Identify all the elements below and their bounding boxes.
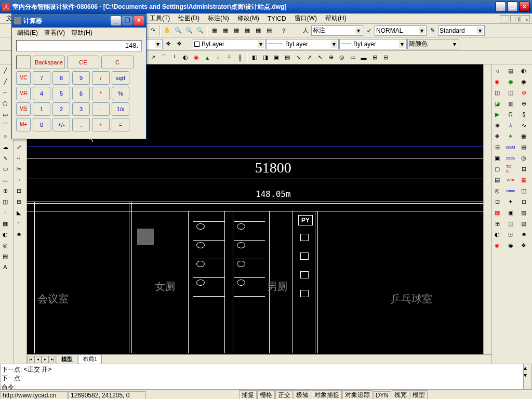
calc-menu-edit[interactable]: 编辑(E) <box>14 28 41 38</box>
normal-combo[interactable]: NORMAL▾ <box>375 25 427 36</box>
dimstyle-combo[interactable]: 标注▾ <box>311 25 363 36</box>
polygon-icon[interactable]: ⬠ <box>0 98 10 109</box>
help-icon[interactable]: ? <box>278 25 289 36</box>
calc-8[interactable]: 8 <box>52 71 70 85</box>
extend-icon[interactable]: → <box>14 175 24 185</box>
trim-icon[interactable]: ✂ <box>14 164 24 174</box>
menu-draw[interactable]: 绘图(D) <box>174 13 204 24</box>
rt-wa-icon[interactable]: W/A <box>506 175 516 185</box>
rt38-icon[interactable]: ◎ <box>518 153 529 163</box>
rt40-icon[interactable]: ▦ <box>518 175 529 185</box>
redo-icon[interactable]: ↷ <box>148 25 158 36</box>
scale-icon[interactable]: ⤢ <box>14 142 24 152</box>
dim-icon[interactable]: 人 <box>300 25 311 36</box>
calc-close-button[interactable]: × <box>134 16 144 25</box>
calc-min-button[interactable]: _ <box>111 16 121 25</box>
d8-icon[interactable]: ⊕ <box>326 52 336 63</box>
dimali-icon[interactable]: ↗ <box>148 52 158 63</box>
calc-9[interactable]: 9 <box>72 71 90 85</box>
rt1-icon[interactable]: ♫ <box>492 65 502 76</box>
rt43-icon[interactable]: ▨ <box>518 207 529 218</box>
tool-icon[interactable]: ▦ <box>231 25 242 36</box>
color-combo[interactable]: ByLayer▾ <box>193 39 265 49</box>
calc-ms[interactable]: MS <box>16 102 31 116</box>
props-icon[interactable]: ▦ <box>209 25 220 36</box>
circle-icon[interactable]: ○ <box>0 131 10 141</box>
ellipse-icon[interactable]: ⬭ <box>0 164 10 174</box>
rt39-icon[interactable]: ⊟ <box>518 164 529 174</box>
rt16-icon[interactable]: ◐ <box>492 229 502 240</box>
calc-sub[interactable]: - <box>92 102 110 116</box>
layer-icon[interactable]: ❖ <box>163 39 174 49</box>
pline-icon[interactable]: ⌐ <box>0 87 10 98</box>
rt17-icon[interactable]: ◉ <box>492 240 502 250</box>
rt20-icon[interactable]: ▤ <box>506 65 516 76</box>
dimord-icon[interactable]: └ <box>169 52 180 63</box>
calc-ce[interactable]: CE <box>67 56 99 69</box>
plotstyle-combo[interactable]: 随颜色▾ <box>407 39 459 49</box>
tab-prev-icon[interactable]: ◂ <box>34 356 42 363</box>
fillet-icon[interactable]: ◜ <box>14 218 24 229</box>
calc-backspace[interactable]: Backspace <box>33 56 65 69</box>
dyn-toggle[interactable]: DYN <box>373 391 391 400</box>
point-icon[interactable]: · <box>0 207 10 218</box>
rt7-icon[interactable]: ❖ <box>492 131 502 141</box>
zoom-prev-icon[interactable]: 🔍 <box>195 25 205 36</box>
calc-7[interactable]: 7 <box>33 71 50 85</box>
calc-4[interactable]: 4 <box>33 87 50 100</box>
dimbas-icon[interactable]: ┴ <box>224 52 234 63</box>
calc-titlebar[interactable]: 计算器 _ ❐ × <box>12 14 146 28</box>
menu-window[interactable]: 窗口(W) <box>290 13 321 24</box>
txt-icon[interactable]: ✎ <box>427 25 437 36</box>
d13-icon[interactable]: ⊟ <box>380 52 391 63</box>
dim-update-icon[interactable]: ↙ <box>364 25 374 36</box>
dimrad-icon[interactable]: ◐ <box>180 52 191 63</box>
menu-help[interactable]: 帮助(H) <box>321 13 351 24</box>
rect-icon[interactable]: ▭ <box>0 109 10 119</box>
insert-icon[interactable]: ⊕ <box>0 185 10 196</box>
hatch-icon[interactable]: ▦ <box>0 218 10 229</box>
d3-icon[interactable]: ▣ <box>271 52 282 63</box>
rt4-icon[interactable]: ◪ <box>492 98 502 109</box>
d9-icon[interactable]: ◎ <box>337 52 347 63</box>
minimize-button[interactable]: _ <box>495 2 506 12</box>
mtext-icon[interactable]: A <box>0 262 10 272</box>
layerprev-icon[interactable]: ❖ <box>174 39 184 49</box>
calc-eq[interactable]: = <box>112 118 129 131</box>
linetype-combo[interactable]: ByLayer▾ <box>266 39 339 49</box>
d11-icon[interactable]: ▬ <box>358 52 369 63</box>
rt36-icon[interactable]: ▦ <box>518 131 529 141</box>
calc-c[interactable]: C <box>101 56 134 69</box>
rt35-icon[interactable]: ∿ <box>518 120 529 130</box>
explode-icon[interactable]: ✸ <box>14 229 24 240</box>
menu-modify[interactable]: 修改(M) <box>233 13 263 24</box>
calc-menu-help[interactable]: 帮助(H) <box>68 28 96 38</box>
calc-mc[interactable]: MC <box>16 71 31 85</box>
break-icon[interactable]: ⊟ <box>14 185 24 196</box>
mdi-close[interactable]: × <box>521 15 530 22</box>
rt-cdma-icon[interactable]: cdma <box>506 185 516 196</box>
rt5-icon[interactable]: ▶ <box>492 109 502 119</box>
rt-dcs-icon[interactable]: DCS <box>506 153 516 163</box>
join-icon[interactable]: ⊞ <box>14 196 24 207</box>
calc-mplus[interactable]: M+ <box>16 118 31 131</box>
calc-neg[interactable]: +/- <box>52 118 70 131</box>
mdi-min[interactable]: _ <box>500 15 509 22</box>
line-icon[interactable]: ╱ <box>0 65 10 76</box>
rt25-icon[interactable]: ✦ <box>506 196 516 207</box>
d1-icon[interactable]: ◧ <box>249 52 260 63</box>
rt33-icon[interactable]: ⊕ <box>518 98 529 109</box>
calc-6[interactable]: 6 <box>72 87 90 100</box>
rt2-icon[interactable]: ◉ <box>492 76 502 87</box>
calc-5[interactable]: 5 <box>52 87 70 100</box>
stretch-icon[interactable]: ↔ <box>14 153 24 163</box>
calc-mul[interactable]: * <box>92 87 110 100</box>
rt-bbb-icon[interactable]: ❖ <box>506 131 516 141</box>
xline-icon[interactable]: ╱ <box>0 76 10 87</box>
rt26-icon[interactable]: ▣ <box>506 207 516 218</box>
calc-div[interactable]: / <box>92 71 110 85</box>
rt34-icon[interactable]: § <box>518 109 529 119</box>
rt21-icon[interactable]: ◉ <box>506 76 516 87</box>
tab-next-icon[interactable]: ▸ <box>42 356 49 363</box>
rt11-icon[interactable]: ▤ <box>492 175 502 185</box>
